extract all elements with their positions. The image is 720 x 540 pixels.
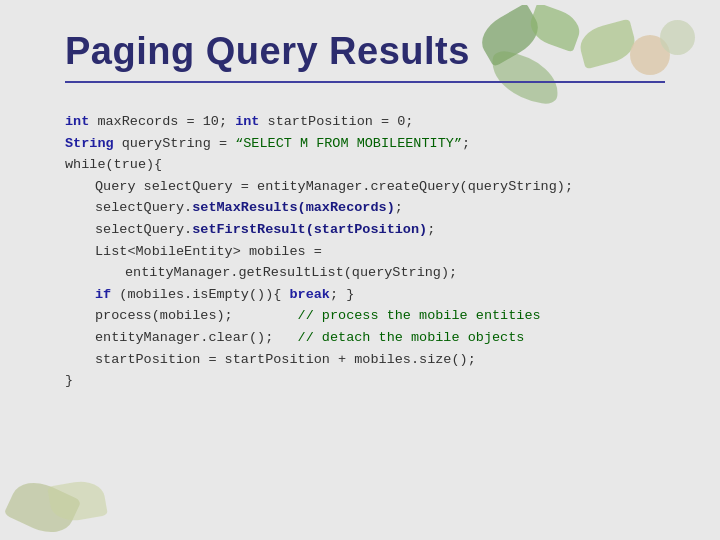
- code-line-4: Query selectQuery = entityManager.create…: [95, 176, 670, 198]
- code-line-7a: List<MobileEntity> mobiles =: [95, 241, 670, 263]
- code-line-2: String queryString = “SELECT M FROM MOBI…: [65, 133, 670, 155]
- keyword-int2: int: [235, 114, 259, 129]
- code-text: ;: [395, 200, 403, 215]
- code-text: while(true){: [65, 157, 162, 172]
- code-text: (mobiles.isEmpty()){: [111, 287, 289, 302]
- string-value: “SELECT M FROM MOBILEENTITY”: [235, 136, 462, 151]
- code-text: process(mobiles);: [95, 308, 298, 323]
- code-text: startPosition = 0;: [259, 114, 413, 129]
- code-text: ;: [462, 136, 470, 151]
- comment-process: // process the mobile entities: [298, 308, 541, 323]
- code-line-11: startPosition = startPosition + mobiles.…: [95, 349, 670, 371]
- keyword-break: break: [289, 287, 330, 302]
- comment-detach: // detach the mobile objects: [298, 330, 525, 345]
- code-text: ;: [427, 222, 435, 237]
- title-underline: [65, 81, 665, 83]
- method-setMaxResults: setMaxResults(maxRecords): [192, 200, 395, 215]
- code-line-12: }: [65, 370, 670, 392]
- code-text: ; }: [330, 287, 354, 302]
- keyword-string: String: [65, 136, 114, 151]
- method-setFirstResult: setFirstResult(startPosition): [192, 222, 427, 237]
- code-text: selectQuery.: [95, 222, 192, 237]
- code-line-1: int maxRecords = 10; int startPosition =…: [65, 111, 670, 133]
- code-text: maxRecords = 10;: [89, 114, 235, 129]
- code-text: List<MobileEntity> mobiles =: [95, 244, 322, 259]
- code-text: entityManager.clear();: [95, 330, 298, 345]
- code-line-5: selectQuery.setMaxResults(maxRecords);: [95, 197, 670, 219]
- slide-title: Paging Query Results: [65, 30, 670, 73]
- code-line-8: if (mobiles.isEmpty()){ break; }: [95, 284, 670, 306]
- code-line-6: selectQuery.setFirstResult(startPosition…: [95, 219, 670, 241]
- code-text: startPosition = startPosition + mobiles.…: [95, 352, 476, 367]
- code-line-9: process(mobiles); // process the mobile …: [95, 305, 670, 327]
- keyword-int: int: [65, 114, 89, 129]
- code-line-10: entityManager.clear(); // detach the mob…: [95, 327, 670, 349]
- code-text: queryString =: [114, 136, 236, 151]
- code-text: Query selectQuery = entityManager.create…: [95, 179, 573, 194]
- code-block: int maxRecords = 10; int startPosition =…: [65, 111, 670, 392]
- slide-content: Paging Query Results int maxRecords = 10…: [0, 0, 720, 540]
- code-text: entityManager.getResultList(queryString)…: [125, 265, 457, 280]
- code-line-7b: entityManager.getResultList(queryString)…: [125, 262, 670, 284]
- keyword-if: if: [95, 287, 111, 302]
- code-line-3: while(true){: [65, 154, 670, 176]
- code-text: selectQuery.: [95, 200, 192, 215]
- code-text: }: [65, 373, 73, 388]
